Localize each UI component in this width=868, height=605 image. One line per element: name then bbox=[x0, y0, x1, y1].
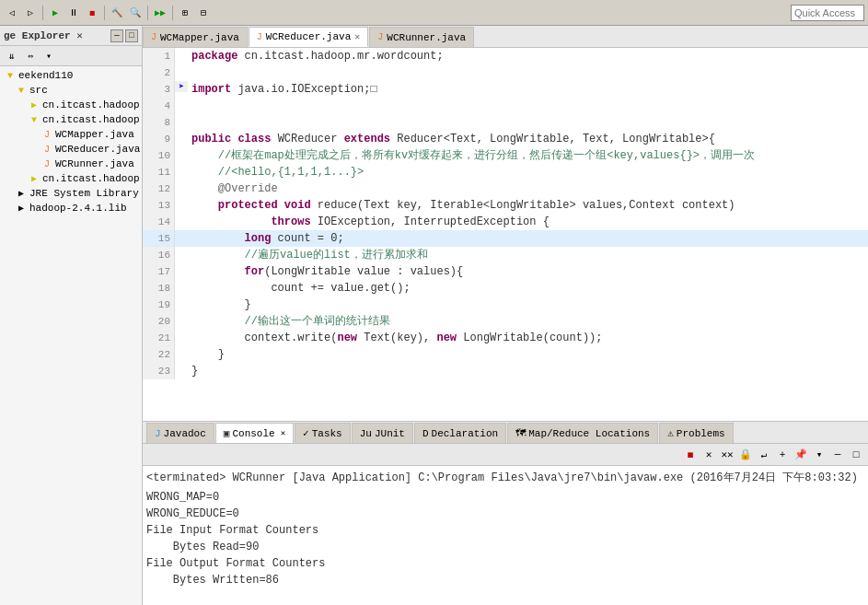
tree-item-wcreducer[interactable]: J WCReducer.java bbox=[2, 142, 140, 157]
minimize-bottom-icon[interactable]: ─ bbox=[829, 447, 846, 463]
line-number: 11 bbox=[143, 164, 175, 180]
tree-item-mr[interactable]: ▼ cn.itcast.hadoop.mr.w bbox=[2, 112, 140, 127]
tab-icon-2: J bbox=[257, 32, 262, 42]
line-number: 19 bbox=[143, 297, 175, 313]
tab-problems[interactable]: ⚠ Problems bbox=[659, 423, 733, 443]
collapse-all-icon[interactable]: ⇊ bbox=[4, 48, 20, 64]
tree-item-hadoop-lib[interactable]: ▶ hadoop-2.4.1.lib bbox=[2, 201, 140, 215]
debug-icon[interactable]: ▶▶ bbox=[152, 5, 168, 21]
stop-icon[interactable]: ◼ bbox=[84, 5, 100, 21]
package-icon-3: ▶ bbox=[28, 172, 41, 185]
code-line-14: 14 throws IOException, InterruptedExcept… bbox=[143, 214, 868, 230]
window-icon[interactable]: ⊞ bbox=[177, 5, 193, 21]
tree-item-wcrunner[interactable]: J WCRunner.java bbox=[2, 157, 140, 171]
line-content: import java.io.IOException;□ bbox=[188, 81, 377, 98]
console-toolbar: ◼ ✕ ✕✕ 🔒 ↵ + 📌 ▾ ─ □ bbox=[143, 444, 868, 466]
toolbar-separator-1 bbox=[42, 6, 43, 20]
project-icon: ▼ bbox=[4, 69, 17, 82]
tree-item-label: cn.itcast.hadoop.rpc bbox=[42, 173, 142, 184]
console-close[interactable]: ✕ bbox=[281, 428, 285, 438]
tab-close-button[interactable]: ✕ bbox=[354, 31, 360, 42]
tab-declaration[interactable]: D Declaration bbox=[414, 423, 506, 443]
line-content: package cn.itcast.hadoop.mr.wordcount; bbox=[188, 48, 444, 64]
remove-icon[interactable]: ✕ bbox=[700, 447, 717, 463]
line-content: long count = 0; bbox=[188, 230, 344, 247]
line-number: 12 bbox=[143, 180, 175, 197]
maximize-button[interactable]: □ bbox=[125, 29, 138, 42]
tab-junit[interactable]: Ju JUnit bbox=[352, 423, 413, 443]
tab-console[interactable]: ▣ Console ✕ bbox=[215, 423, 294, 443]
toolbar-separator-2 bbox=[104, 6, 105, 20]
package-icon: ▶ bbox=[28, 99, 41, 111]
maximize-bottom-icon[interactable]: □ bbox=[848, 447, 864, 463]
tab-tasks[interactable]: ✓ Tasks bbox=[295, 423, 351, 443]
new-console-icon[interactable]: + bbox=[774, 447, 791, 463]
code-line-23: 23 } bbox=[143, 363, 868, 379]
line-number: 17 bbox=[143, 263, 175, 280]
line-content: //框架在map处理完成之后，将所有kv对缓存起来，进行分组，然后传递一个组<k… bbox=[188, 147, 755, 164]
code-line-19: 19 } bbox=[143, 297, 868, 313]
code-lines: 1 package cn.itcast.hadoop.mr.wordcount;… bbox=[143, 48, 868, 421]
line-content: } bbox=[188, 297, 251, 313]
tree-item-jre[interactable]: ▶ JRE System Library [jre7] bbox=[2, 186, 140, 201]
console-menu-icon[interactable]: ▾ bbox=[811, 447, 827, 463]
quick-access-input[interactable] bbox=[791, 5, 864, 21]
tab-mapreduce[interactable]: 🗺 Map/Reduce Locations bbox=[507, 423, 658, 443]
junit-label: JUnit bbox=[375, 428, 405, 439]
line-number: 21 bbox=[143, 330, 175, 346]
project-tree: ▼ eekend110 ▼ src ▶ cn.itcast.hadoop.hdf… bbox=[0, 66, 142, 605]
java-file-icon-2: J bbox=[41, 143, 53, 156]
forward-icon[interactable]: ▷ bbox=[22, 5, 39, 21]
tree-item-label: hadoop-2.4.1.lib bbox=[29, 203, 127, 214]
tree-item-label: cn.itcast.hadoop.hdfs bbox=[42, 99, 142, 111]
tab-wcrunner[interactable]: J WCRunner.java bbox=[369, 27, 474, 47]
word-wrap-icon[interactable]: ↵ bbox=[756, 447, 772, 463]
code-line-12: 12 @Override bbox=[143, 180, 868, 197]
perspective-icon[interactable]: ⊟ bbox=[195, 5, 212, 21]
line-number: 9 bbox=[143, 131, 175, 147]
toolbar-separator-4 bbox=[172, 6, 173, 20]
terminate-icon[interactable]: ◼ bbox=[682, 447, 699, 463]
tree-item-project[interactable]: ▼ eekend110 bbox=[2, 68, 140, 83]
pin-icon[interactable]: 📌 bbox=[793, 447, 809, 463]
line-number: 8 bbox=[143, 114, 175, 131]
build-icon[interactable]: 🔨 bbox=[109, 5, 125, 21]
scroll-lock-icon[interactable]: 🔒 bbox=[737, 447, 754, 463]
console-line-6: Bytes Written=86 bbox=[146, 572, 864, 588]
tree-item-rpc[interactable]: ▶ cn.itcast.hadoop.rpc bbox=[2, 171, 140, 186]
line-content: throws IOException, InterruptedException… bbox=[188, 214, 550, 230]
panel-menu-icon[interactable]: ▾ bbox=[41, 48, 57, 64]
run-icon[interactable]: ▶ bbox=[47, 5, 64, 21]
search-icon[interactable]: 🔍 bbox=[127, 5, 144, 21]
line-number: 4 bbox=[143, 98, 175, 114]
line-number: 22 bbox=[143, 346, 175, 363]
lib-icon-2: ▶ bbox=[15, 202, 28, 215]
tree-item-src[interactable]: ▼ src bbox=[2, 83, 140, 98]
tab-wcmapper[interactable]: J WCMapper.java bbox=[143, 27, 248, 47]
problems-icon: ⚠ bbox=[667, 427, 674, 439]
pause-icon[interactable]: ⏸ bbox=[65, 5, 82, 21]
tab-javadoc[interactable]: J Javadoc bbox=[146, 423, 214, 443]
tree-item-hdfs[interactable]: ▶ cn.itcast.hadoop.hdfs bbox=[2, 98, 140, 112]
tree-item-label: eekend110 bbox=[18, 70, 73, 81]
line-content: @Override bbox=[188, 180, 278, 197]
code-line-10: 10 //框架在map处理完成之后，将所有kv对缓存起来，进行分组，然后传递一个… bbox=[143, 147, 868, 164]
link-with-editor-icon[interactable]: ⇔ bbox=[22, 48, 39, 64]
java-file-icon-3: J bbox=[41, 157, 53, 170]
console-line-4: Bytes Read=90 bbox=[146, 539, 864, 555]
main-layout: ge Explorer ✕ ─ □ ⇊ ⇔ ▾ ▼ eekend110 ▼ sr… bbox=[0, 26, 868, 605]
mapreduce-icon: 🗺 bbox=[515, 427, 526, 439]
tab-wcreducer[interactable]: J WCReducer.java ✕ bbox=[249, 27, 368, 47]
line-number: 1 bbox=[143, 48, 175, 64]
code-line-20: 20 //输出这一个单词的统计结果 bbox=[143, 313, 868, 330]
remove-all-icon[interactable]: ✕✕ bbox=[719, 447, 735, 463]
bottom-panel: J Javadoc ▣ Console ✕ ✓ Tasks Ju JUnit bbox=[143, 421, 868, 605]
editor-content[interactable]: 1 package cn.itcast.hadoop.mr.wordcount;… bbox=[143, 48, 868, 421]
minimize-button[interactable]: ─ bbox=[110, 29, 123, 42]
code-line-11: 11 //<hello,{1,1,1,1...}> bbox=[143, 164, 868, 180]
code-line-18: 18 count += value.get(); bbox=[143, 280, 868, 297]
console-line-1: WRONG_MAP=0 bbox=[146, 489, 864, 506]
line-content: context.write(new Text(key), new LongWri… bbox=[188, 330, 603, 346]
back-icon[interactable]: ◁ bbox=[4, 5, 20, 21]
tree-item-wcmapper[interactable]: J WCMapper.java bbox=[2, 127, 140, 142]
